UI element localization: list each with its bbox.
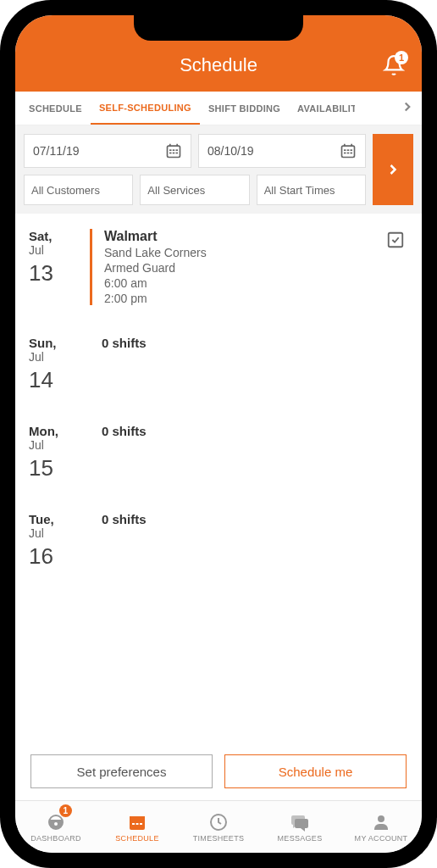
day-date: Tue, Jul 16 (29, 512, 90, 570)
day-date: Mon, Jul 15 (29, 424, 90, 481)
page-title: Schedule (180, 54, 257, 76)
svg-point-19 (54, 822, 58, 826)
filters-panel: 07/11/19 08/10/19 All Customers All Serv… (15, 125, 422, 214)
day-row[interactable]: Mon, Jul 15 0 shifts (15, 409, 422, 497)
tab-schedule[interactable]: SCHEDULE (20, 92, 91, 125)
svg-point-26 (378, 815, 384, 822)
notification-badge: 1 (395, 51, 408, 64)
shift-details: 0 shifts (90, 424, 408, 481)
svg-rect-4 (169, 153, 172, 154)
svg-rect-15 (351, 153, 353, 154)
svg-rect-10 (344, 149, 346, 151)
no-shifts-label: 0 shifts (102, 336, 408, 350)
date-to-input[interactable]: 08/10/19 (198, 134, 366, 168)
svg-rect-23 (136, 823, 139, 825)
user-icon (371, 812, 391, 832)
day-row[interactable]: Sun, Jul 14 0 shifts (15, 320, 422, 409)
nav-label: TIMESHEETS (193, 834, 245, 843)
tabs-scroll-right[interactable] (400, 99, 417, 118)
day-date: Sat, Jul 13 (29, 229, 90, 305)
filters-fields: 07/11/19 08/10/19 All Customers All Serv… (24, 134, 366, 205)
apply-filters-button[interactable] (373, 134, 413, 205)
nav-account[interactable]: MY ACCOUNT (340, 801, 422, 853)
phone-notch (134, 15, 303, 41)
bottom-nav: 1 DASHBOARD SCHEDULE TIMESHEETS MESSAGES… (15, 800, 422, 853)
nav-messages[interactable]: MESSAGES (259, 801, 340, 853)
set-preferences-button[interactable]: Set preferences (30, 754, 213, 788)
svg-rect-14 (347, 153, 350, 154)
no-shifts-label: 0 shifts (102, 512, 408, 526)
schedule-me-button[interactable]: Schedule me (224, 754, 407, 788)
tab-availability[interactable]: AVAILABILITY (289, 92, 355, 125)
day-date: Sun, Jul 14 (29, 336, 90, 393)
shift-role: Armed Guard (104, 261, 408, 275)
day-row[interactable]: Sat, Jul 13 Walmart Sand Lake Corners Ar… (15, 214, 422, 320)
svg-rect-12 (351, 149, 353, 151)
svg-rect-3 (176, 149, 179, 151)
svg-rect-11 (347, 149, 350, 151)
date-to-value: 08/10/19 (207, 144, 254, 158)
tab-shift-bidding[interactable]: SHIFT BIDDING (200, 92, 289, 125)
svg-rect-0 (168, 146, 180, 157)
svg-rect-24 (140, 823, 142, 825)
nav-label: SCHEDULE (115, 834, 158, 843)
date-from-input[interactable]: 07/11/19 (24, 134, 191, 168)
notifications-button[interactable]: 1 (383, 54, 405, 80)
shift-details: 0 shifts (90, 336, 408, 393)
phone-frame: Schedule 1 SCHEDULE SELF-SCHEDULING SHIF… (0, 0, 437, 868)
start-times-dropdown[interactable]: All Start Times (257, 175, 366, 205)
nav-schedule[interactable]: SCHEDULE (97, 801, 178, 853)
svg-rect-21 (130, 816, 145, 821)
customers-dropdown[interactable]: All Customers (24, 175, 133, 205)
day-row[interactable]: Tue, Jul 16 0 shifts (15, 497, 422, 585)
nav-badge: 1 (59, 804, 72, 817)
screen: Schedule 1 SCHEDULE SELF-SCHEDULING SHIF… (15, 15, 422, 853)
nav-label: MY ACCOUNT (355, 834, 408, 843)
tab-self-scheduling[interactable]: SELF-SCHEDULING (91, 92, 200, 125)
no-shifts-label: 0 shifts (102, 424, 408, 438)
calendar-icon (165, 142, 182, 159)
chevron-right-icon (400, 99, 415, 114)
checkbox-checked-icon (386, 231, 405, 249)
chat-icon (290, 812, 310, 832)
shift-location: Sand Lake Corners (104, 246, 408, 259)
svg-rect-18 (389, 233, 403, 248)
date-from-value: 07/11/19 (33, 144, 80, 158)
schedule-list[interactable]: Sat, Jul 13 Walmart Sand Lake Corners Ar… (15, 214, 422, 743)
shift-details: 0 shifts (90, 512, 408, 570)
svg-rect-22 (132, 823, 135, 825)
shift-end: 2:00 pm (104, 292, 408, 305)
chevron-right-icon (384, 161, 401, 178)
shift-select-checkbox[interactable] (386, 231, 405, 253)
services-dropdown[interactable]: All Services (140, 175, 249, 205)
clock-icon (208, 812, 229, 832)
svg-rect-5 (173, 153, 175, 154)
nav-timesheets[interactable]: TIMESHEETS (178, 801, 259, 853)
action-bar: Set preferences Schedule me (15, 743, 422, 800)
shift-customer: Walmart (104, 229, 408, 244)
calendar-icon (127, 812, 147, 832)
nav-label: DASHBOARD (30, 834, 81, 843)
shift-start: 6:00 am (104, 276, 408, 290)
svg-rect-13 (344, 153, 346, 154)
svg-rect-9 (342, 146, 355, 157)
svg-rect-1 (169, 149, 172, 151)
svg-rect-2 (173, 149, 175, 151)
svg-rect-6 (176, 153, 179, 154)
shift-details: Walmart Sand Lake Corners Armed Guard 6:… (90, 229, 408, 305)
tab-bar: SCHEDULE SELF-SCHEDULING SHIFT BIDDING A… (15, 92, 422, 125)
calendar-icon (340, 142, 357, 159)
nav-label: MESSAGES (278, 834, 323, 843)
nav-dashboard[interactable]: 1 DASHBOARD (15, 801, 97, 853)
